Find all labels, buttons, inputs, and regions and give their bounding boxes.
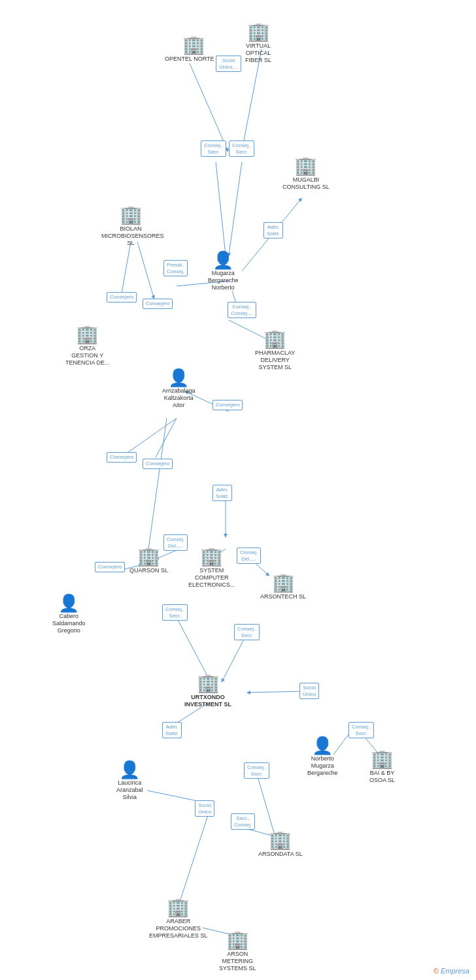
- company-icon-arsondata: 🏢: [269, 831, 292, 849]
- company-opentel[interactable]: 🏢 OPENTEL NORTE SL: [165, 36, 223, 63]
- svg-line-0: [190, 63, 228, 150]
- badge-socio-unico-3[interactable]: SocioÚnico: [195, 800, 214, 817]
- company-icon-system: 🏢: [200, 547, 223, 566]
- badge-consejero-1[interactable]: Consejero: [107, 292, 137, 302]
- company-label-orza: ORZAGESTION YTENENCIA DE...: [65, 345, 110, 366]
- svg-line-25: [258, 779, 275, 835]
- company-arsondata[interactable]: 🏢 ARSONDATA SL: [258, 831, 303, 858]
- badge-presid-consej[interactable]: Presid..Consej.: [163, 260, 188, 276]
- company-label-arsontech: ARSONTECH SL: [260, 593, 306, 600]
- badge-consejero-5[interactable]: Consejero: [143, 459, 173, 469]
- company-pharmaclay[interactable]: 🏢 PHARMACLAYDELIVERYSYSTEM SL: [255, 330, 295, 370]
- badge-consejero-4[interactable]: Consejero: [107, 452, 137, 463]
- company-icon-arson-metering: 🏢: [226, 931, 249, 949]
- person-mugarza: 👤 MugarzaBergarecheNorberto: [208, 252, 239, 291]
- badge-consej-del-2[interactable]: Consej.Del.,...: [237, 547, 261, 564]
- person-laucirica: 👤 LauciricaAranzabalSilvia: [116, 761, 143, 800]
- company-orza[interactable]: 🏢 ORZAGESTION YTENENCIA DE...: [65, 325, 110, 366]
- company-label-urtxondo: URTXONDOINVESTMENT SL: [184, 694, 231, 708]
- person-icon-laucirica: 👤: [119, 761, 140, 778]
- svg-line-6: [121, 242, 131, 297]
- company-label-mugalbi: MUGALBICONSULTING SL: [282, 176, 330, 191]
- badge-socio-unico-2[interactable]: SocioÚnico: [299, 683, 319, 699]
- badge-consejero-6[interactable]: Consejero: [95, 562, 125, 572]
- person-label-mugarza: MugarzaBergarecheNorberto: [208, 270, 239, 291]
- badge-consej-secr-5[interactable]: Consej..Secr.: [348, 722, 374, 738]
- svg-line-19: [177, 617, 209, 679]
- company-arson-metering[interactable]: 🏢 ARSONMETERINGSYSTEMS SL: [219, 931, 256, 972]
- company-virtual[interactable]: 🏢 VIRTUALOPTICALFIBER SL: [245, 23, 271, 63]
- company-icon-mugalbi: 🏢: [294, 157, 317, 175]
- company-label-baiby: BAI & BYOSOA SL: [369, 770, 395, 784]
- badge-secr-consej[interactable]: Secr.,Consej.: [231, 813, 255, 830]
- person-arrizabalaga: 👤 ArrizabalagaKaltzakortaAitor: [162, 369, 196, 408]
- company-icon-arsontech: 🏢: [272, 574, 295, 592]
- person-icon-cabero: 👤: [58, 595, 79, 612]
- svg-line-11: [121, 418, 177, 457]
- company-biolan[interactable]: 🏢 BIOLANMICROBIOSENSORES SL: [101, 206, 160, 246]
- company-label-biolan: BIOLANMICROBIOSENSORES SL: [101, 225, 160, 246]
- company-label-arson-metering: ARSONMETERINGSYSTEMS SL: [219, 951, 256, 972]
- badge-consejero-2[interactable]: Consejero: [143, 299, 173, 309]
- company-label-pharmaclay: PHARMACLAYDELIVERYSYSTEM SL: [255, 350, 295, 370]
- badge-consej-consej[interactable]: Consej..Consej....: [228, 302, 256, 318]
- company-label-virtual: VIRTUALOPTICALFIBER SL: [245, 42, 271, 63]
- svg-line-21: [248, 691, 304, 693]
- company-araber[interactable]: 🏢 ARABERPROMOCIONESEMPRESARIALES SL: [149, 898, 208, 939]
- company-icon-baiby: 🏢: [371, 750, 394, 768]
- person-label-laucirica: LauciricaAranzabalSilvia: [116, 779, 143, 800]
- company-icon-orza: 🏢: [76, 325, 99, 344]
- company-system[interactable]: 🏢 SYSTEMCOMPUTERELECTRONICS...: [188, 547, 235, 588]
- watermark: © Empresa: [434, 967, 469, 975]
- company-label-opentel: OPENTEL NORTE SL: [165, 56, 223, 63]
- company-label-arsondata: ARSONDATA SL: [258, 851, 303, 858]
- svg-line-7: [137, 242, 154, 297]
- person-label-norberto: NorbertoMugarzaBergareche: [307, 755, 338, 776]
- person-cabero: 👤 CaberoSaldamandoGregorio: [52, 595, 86, 634]
- person-norberto: 👤 NorbertoMugarzaBergareche: [307, 737, 338, 776]
- company-label-araber: ARABERPROMOCIONESEMPRESARIALES SL: [149, 918, 208, 939]
- company-icon-opentel: 🏢: [182, 36, 205, 54]
- badge-socio-unico-1[interactable]: SocioÚnico,...: [216, 56, 241, 72]
- badge-consej-secr-4[interactable]: Consej..Secr.: [234, 624, 260, 640]
- badge-adm-solid-3[interactable]: Adm.Solid.: [162, 722, 182, 738]
- badge-consej-secr-2[interactable]: Consej..Secr.: [229, 140, 254, 157]
- company-arsontech[interactable]: 🏢 ARSONTECH SL: [260, 574, 306, 600]
- company-quarson[interactable]: 🏢 QUARSON SL: [129, 547, 168, 574]
- badge-consej-secr-6[interactable]: Consej..Secr.: [244, 762, 269, 779]
- badge-consej-del-1[interactable]: Consej.Del.,...: [163, 534, 188, 551]
- person-icon-mugarza: 👤: [212, 252, 233, 269]
- person-label-arrizabalaga: ArrizabalagaKaltzakortaAitor: [162, 387, 196, 408]
- svg-line-12: [156, 418, 177, 457]
- person-label-cabero: CaberoSaldamandoGregorio: [52, 613, 86, 634]
- company-label-system: SYSTEMCOMPUTERELECTRONICS...: [188, 567, 235, 588]
- badge-adm-solid-1[interactable]: Adm.Solid.: [264, 222, 283, 238]
- company-icon-biolan: 🏢: [120, 206, 143, 224]
- company-icon-pharmaclay: 🏢: [264, 330, 286, 348]
- badge-adm-solid-2[interactable]: Adm.Solid.: [212, 485, 232, 501]
- company-icon-araber: 🏢: [167, 898, 190, 917]
- company-baiby[interactable]: 🏢 BAI & BYOSOA SL: [369, 750, 395, 784]
- svg-line-2: [216, 162, 226, 255]
- company-label-quarson: QUARSON SL: [129, 567, 168, 574]
- svg-line-1: [242, 49, 262, 150]
- badge-consej-secr-1[interactable]: Consej..Secr.: [201, 140, 226, 157]
- company-icon-quarson: 🏢: [137, 547, 160, 566]
- badge-consej-secr-3[interactable]: Consej..Secr.: [162, 604, 188, 621]
- company-mugalbi[interactable]: 🏢 MUGALBICONSULTING SL: [282, 157, 330, 191]
- badge-consejero-3[interactable]: Consejero: [212, 400, 243, 410]
- company-urtxondo[interactable]: 🏢 URTXONDOINVESTMENT SL: [184, 674, 231, 708]
- company-icon-urtxondo: 🏢: [197, 674, 220, 693]
- svg-line-28: [180, 815, 208, 902]
- company-icon-virtual: 🏢: [247, 23, 270, 41]
- person-icon-arrizabalaga: 👤: [168, 369, 189, 386]
- person-icon-norberto: 👤: [312, 737, 333, 754]
- svg-line-3: [229, 162, 242, 255]
